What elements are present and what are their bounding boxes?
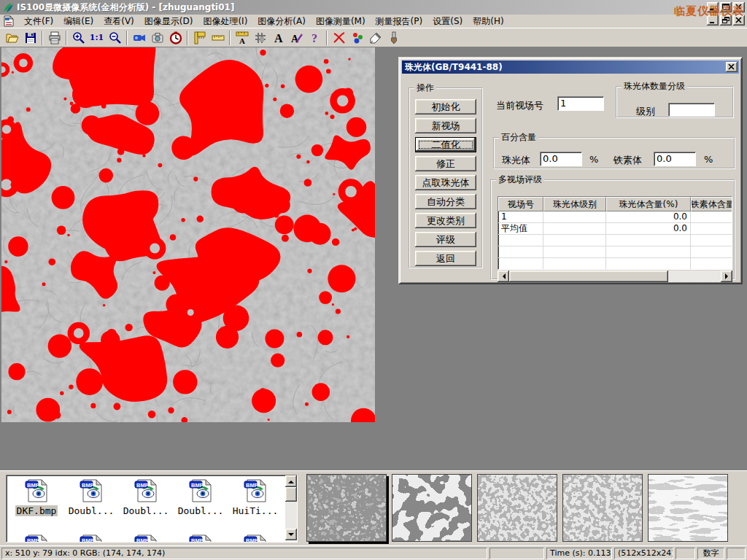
menu-help[interactable]: 帮助(H) <box>468 14 508 29</box>
col-field-number[interactable]: 视场号 <box>498 197 543 211</box>
status-image-size: (512x512x24) <box>614 548 673 559</box>
menu-image-measure[interactable]: 图像测量(M) <box>311 14 371 29</box>
pick-pearlite-button[interactable]: 点取珠光体 <box>415 175 476 190</box>
pearlite-percent-input[interactable]: 0.0 <box>540 152 582 166</box>
auto-classify-button[interactable]: 自动分类 <box>415 194 476 209</box>
grid-button[interactable] <box>251 29 269 46</box>
open-folder-icon <box>5 31 20 45</box>
file-item[interactable]: BMP <box>64 534 118 542</box>
save-button[interactable] <box>21 29 39 46</box>
snapshot-button[interactable] <box>148 29 166 46</box>
scale-label-button[interactable]: A <box>233 29 251 46</box>
table-row[interactable]: 平均值 0.0 <box>498 223 732 235</box>
filelist-vscrollbar[interactable] <box>285 475 297 540</box>
col-ferrite-pct[interactable]: 铁素体含量(%) <box>691 197 732 211</box>
menu-edit[interactable]: 编辑(E) <box>58 14 98 29</box>
status-blank-3 <box>727 548 746 559</box>
current-field-input[interactable]: 1 <box>557 96 604 111</box>
brush-icon <box>387 31 401 45</box>
rating-table: 视场号 珠光体级别 珠光体含量(%) 铁素体含量(%) 1 0.0 平均值 0.… <box>498 196 732 270</box>
table-row[interactable]: 1 0.0 <box>498 211 732 223</box>
cell-field: 平均值 <box>498 223 543 234</box>
col-pearlite-grade[interactable]: 珠光体级别 <box>543 197 606 211</box>
percent-group-label: 百分含量 <box>499 131 538 144</box>
thumbnail-1[interactable] <box>306 474 387 542</box>
grade-group-label: 珠光体数量分级 <box>622 80 687 93</box>
scroll-right-button[interactable] <box>721 271 732 282</box>
thumbnail-2[interactable] <box>392 474 472 542</box>
scroll-left-button[interactable] <box>498 271 509 282</box>
change-class-button[interactable]: 更改类别 <box>415 213 476 228</box>
file-item[interactable]: BMP <box>119 534 173 542</box>
video-capture-button[interactable] <box>130 29 148 46</box>
file-item[interactable]: BMP <box>174 534 228 542</box>
file-item[interactable]: BMPDKF.bmp <box>9 478 63 516</box>
window-title: IS100显微摄像系统(金相分析版) - [zhuguangti01] <box>17 1 234 14</box>
menu-image-analysis[interactable]: 图像分析(A) <box>252 14 311 29</box>
file-name[interactable]: Doubl... <box>122 505 171 516</box>
zoom-in-button[interactable] <box>69 29 88 46</box>
svg-text:BMP: BMP <box>136 482 149 489</box>
file-name[interactable]: Doubl... <box>67 505 116 516</box>
phase-mark-button[interactable] <box>348 29 366 46</box>
table-hscrollbar[interactable] <box>498 271 732 282</box>
thumbnail-3[interactable] <box>477 474 557 542</box>
menu-image-process[interactable]: 图像处理(I) <box>198 14 252 29</box>
scroll-thumb[interactable] <box>509 271 668 282</box>
grade-button[interactable]: 评级 <box>415 232 476 247</box>
scroll-up-button[interactable] <box>285 475 297 487</box>
binarize-button[interactable]: 二值化 <box>415 137 476 152</box>
ferrite-percent-unit: % <box>704 154 713 165</box>
status-bar: x: 510 y: 79 idx: 0 RGB: (174, 174, 174)… <box>0 545 747 560</box>
open-file-button[interactable] <box>3 29 21 46</box>
file-name[interactable]: Doubl... <box>177 505 225 516</box>
file-name[interactable]: HuiTi... <box>231 505 280 516</box>
file-item[interactable]: BMPDoubl... <box>64 478 118 516</box>
zoom-out-button[interactable] <box>106 29 124 46</box>
initialize-button[interactable]: 初始化 <box>415 99 476 114</box>
return-button[interactable]: 返回 <box>415 251 476 266</box>
actual-size-button[interactable]: 1:1 <box>88 29 106 46</box>
thumbnail-4[interactable] <box>562 474 643 542</box>
grade-group: 珠光体数量分级 级别 <box>616 80 734 118</box>
file-item[interactable]: BMPHuiTi... <box>228 478 282 516</box>
dialog-title-bar[interactable]: 珠光体(GB/T9441-88) <box>402 61 739 74</box>
bmp-file-icon: BMP <box>24 534 49 542</box>
menu-report[interactable]: 测量报告(P) <box>371 14 428 29</box>
menu-image-display[interactable]: 图像显示(D) <box>139 14 198 29</box>
scroll-down-button[interactable] <box>285 529 297 540</box>
print-button[interactable] <box>45 29 63 46</box>
curve-tool-button[interactable] <box>330 29 348 46</box>
menu-file[interactable]: 文件(F) <box>19 14 58 29</box>
timer-button[interactable] <box>166 29 185 46</box>
cell-grade <box>543 211 606 222</box>
print-icon <box>47 31 62 45</box>
menu-settings[interactable]: 设置(S) <box>427 14 468 29</box>
pen-tool-button[interactable] <box>366 29 384 46</box>
dialog-close-button[interactable] <box>726 62 738 72</box>
ferrite-percent-input[interactable]: 0.0 <box>654 152 696 166</box>
thumbnail-5[interactable] <box>648 474 728 542</box>
help-icon: ? <box>308 31 322 45</box>
file-item[interactable]: BMPDoubl... <box>119 478 173 516</box>
file-name[interactable]: DKF.bmp <box>15 505 58 516</box>
correct-button[interactable]: 修正 <box>415 156 476 171</box>
brush-tool-button[interactable] <box>384 29 403 46</box>
micrograph-image[interactable] <box>1 47 375 422</box>
scroll-thumb[interactable] <box>285 487 297 502</box>
col-pearlite-pct[interactable]: 珠光体含量(%) <box>606 197 691 211</box>
new-field-button[interactable]: 新视场 <box>415 118 476 133</box>
cell-ferrite <box>691 223 732 234</box>
file-item[interactable]: BMP <box>9 534 63 542</box>
edit-annotation-button[interactable]: A <box>287 29 306 46</box>
grade-input[interactable] <box>668 103 715 117</box>
dialog-title: 珠光体(GB/T9441-88) <box>405 61 503 74</box>
text-annotation-button[interactable]: A <box>269 29 287 46</box>
menu-view[interactable]: 查看(V) <box>98 14 139 29</box>
help-button[interactable]: ? <box>306 29 324 46</box>
file-item[interactable]: BMP <box>228 534 282 542</box>
caliper-measure-button[interactable] <box>190 29 209 46</box>
table-row-empty <box>498 235 732 246</box>
file-item[interactable]: BMPDoubl... <box>174 478 228 516</box>
ruler-button[interactable] <box>209 29 227 46</box>
